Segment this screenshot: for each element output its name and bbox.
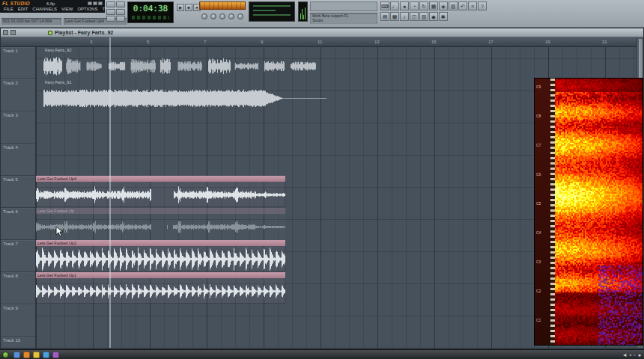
help-icon[interactable]: ? — [478, 1, 487, 10]
led-line — [253, 14, 291, 16]
toggle-button[interactable] — [116, 9, 125, 15]
track-header-5[interactable]: Track 5 — [1, 176, 36, 208]
spectrogram-window[interactable]: C9C8C7C6C5C4C3C2C1 — [534, 78, 643, 346]
app-title-bar[interactable]: FL STUDIO 6.flp FILEEDITCHANNELSVIEWOPTI… — [0, 0, 105, 13]
close-button[interactable] — [98, 1, 103, 5]
menu-item-file[interactable]: FILE — [1, 6, 16, 13]
track-name: Track 7 — [1, 240, 36, 246]
clip-name: Lets Get Fucked Up2 — [36, 240, 285, 246]
countdown-icon[interactable]: ◔ — [410, 1, 419, 10]
playlist-view-icon[interactable]: ▤ — [380, 12, 389, 21]
step-edit-icon[interactable]: ▦ — [429, 1, 438, 10]
network-icon[interactable]: ▫ — [634, 351, 635, 359]
menu-item-edit[interactable]: EDIT — [16, 6, 31, 13]
audio-clip[interactable]: Lets Get Fucked Up1 — [36, 272, 285, 304]
document-name: 6.flp — [46, 1, 55, 6]
start-button[interactable] — [2, 352, 9, 358]
loop-record-icon[interactable]: ↻ — [419, 1, 428, 10]
track-header-7[interactable]: Track 7 — [1, 240, 36, 272]
online-panel[interactable]: Work Beta support FL Studio — [310, 13, 377, 24]
scale-label: C3 — [536, 260, 541, 264]
browser-view-icon[interactable]: ◫ — [410, 12, 419, 21]
ruler-label: 21 — [602, 40, 607, 44]
scale-label: C1 — [536, 318, 541, 322]
ruler-label: 19 — [545, 40, 550, 44]
track-header-9[interactable]: Track 9 — [1, 304, 36, 337]
clip-waveform — [36, 279, 285, 304]
show-desktop-icon[interactable] — [13, 352, 20, 358]
toggle-button[interactable] — [106, 1, 115, 7]
snap-icon[interactable]: ▥ — [449, 1, 458, 10]
knob[interactable] — [201, 13, 207, 19]
piano-roll-icon[interactable]: ♪ — [400, 12, 409, 21]
playhead[interactable] — [109, 37, 111, 349]
audio-clip[interactable]: Fairy Farts_92 — [43, 47, 319, 79]
stop-button[interactable]: ■ — [185, 4, 192, 11]
knob[interactable] — [237, 13, 243, 19]
browser-icon[interactable] — [43, 352, 49, 358]
top-chrome: FL STUDIO 6.flp FILEEDITCHANNELSVIEWOPTI… — [0, 0, 644, 28]
toggle-button[interactable] — [116, 1, 125, 7]
media-player-icon[interactable] — [52, 352, 59, 358]
toggle-button[interactable] — [116, 16, 125, 22]
fl-studio-icon[interactable] — [23, 352, 30, 358]
track-header-3[interactable]: Track 3 — [1, 111, 36, 144]
display-icon[interactable]: ▪ — [630, 351, 631, 359]
scheduler-icon[interactable]: ● — [638, 351, 641, 359]
playlist-title-bar[interactable]: Playlist - Fairy Farts_92 — [1, 28, 643, 37]
menu-item-channels[interactable]: CHANNELS — [30, 6, 59, 13]
playlist-title: Playlist - Fairy Farts_92 — [55, 30, 113, 35]
maximize-button[interactable] — [93, 1, 97, 5]
pattern-list-display[interactable] — [249, 1, 295, 22]
mixer-view-icon[interactable]: ▥ — [419, 12, 428, 21]
track-name: Track 5 — [1, 176, 36, 182]
ruler-label: 11 — [318, 40, 322, 44]
project-info-icon[interactable]: ◆ — [429, 12, 438, 21]
scale-label: C9 — [536, 85, 541, 89]
knob[interactable] — [228, 13, 234, 19]
clip-waveform — [36, 182, 285, 207]
audio-clip[interactable]: Lets Get Fucked Up — [36, 208, 285, 239]
track-header-2[interactable]: Track 2 — [1, 79, 36, 111]
scale-label: C4 — [536, 230, 541, 235]
track-header-1[interactable]: Track 1 — [1, 47, 36, 79]
toggle-button[interactable] — [106, 9, 115, 15]
scale-label: C5 — [536, 201, 541, 206]
track-header-4[interactable]: Track 4 — [1, 144, 36, 176]
audio-clip[interactable]: Lets Get Fucked Up4 — [36, 176, 285, 207]
undo-icon[interactable]: ↶ — [458, 1, 467, 10]
volume-icon[interactable]: ◄ — [622, 351, 628, 359]
knob[interactable] — [210, 13, 216, 19]
typing-keyboard-icon[interactable]: ⌨ — [380, 1, 389, 10]
track-header-8[interactable]: Track 8 — [1, 272, 36, 304]
detach-icon[interactable] — [10, 30, 16, 35]
audio-clip[interactable]: Fairy Farts_91 — [43, 79, 283, 111]
window-menu-icon[interactable] — [3, 30, 8, 35]
clip-waveform — [36, 215, 285, 239]
render-icon[interactable]: ≡ — [468, 1, 477, 10]
step-sequencer-icon[interactable]: ▦ — [390, 12, 399, 21]
system-tray: ◄▪▫● — [622, 351, 641, 359]
pattern-selector-display[interactable] — [199, 1, 246, 10]
play-button[interactable]: ▶ — [177, 4, 184, 11]
time-mode-leds[interactable] — [132, 16, 169, 19]
track-name: Track 3 — [1, 111, 36, 117]
track-header-6[interactable]: Track 6 — [1, 208, 36, 240]
explorer-icon[interactable] — [33, 352, 40, 358]
minimize-button[interactable] — [88, 1, 92, 5]
multilink-icon[interactable]: ◈ — [439, 1, 448, 10]
scale-label: C6 — [536, 172, 541, 177]
menu-item-options[interactable]: OPTIONS — [75, 6, 100, 13]
taskbar: ◄▪▫● — [0, 349, 644, 359]
settings-icon[interactable]: ✱ — [439, 12, 448, 21]
timeline-ruler[interactable]: 3579111315171921 — [1, 37, 637, 47]
track-header-10[interactable]: Track 10 — [1, 337, 36, 349]
toggle-button[interactable] — [106, 16, 115, 22]
knob[interactable] — [219, 13, 225, 19]
metronome-icon[interactable]: ♩ — [390, 1, 399, 10]
panel-toggle-buttons — [106, 1, 126, 22]
menu-item-view[interactable]: VIEW — [59, 6, 75, 13]
audio-clip[interactable]: Lets Get Fucked Up2 — [36, 240, 285, 271]
sync-panel[interactable] — [310, 1, 377, 11]
wait-input-icon[interactable]: ● — [400, 1, 409, 10]
